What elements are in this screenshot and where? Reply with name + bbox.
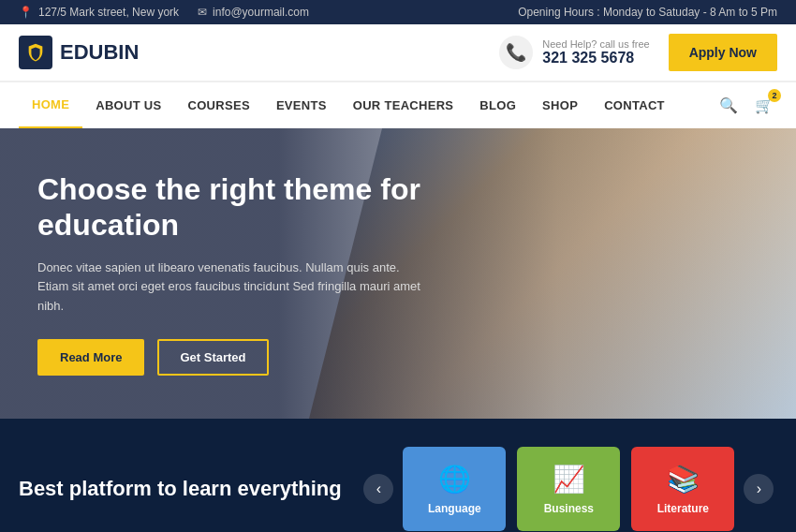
literature-label: Literature [657,502,709,515]
hero-title: Choose the right theme for education [37,171,431,244]
carousel-card-business[interactable]: 📈 Business [517,447,620,531]
bottom-title: Best platform to learn everything [19,476,361,503]
header: EDUBIN 📞 Need Help? call us free 321 325… [0,24,796,81]
nav-item-about[interactable]: ABOUT US [82,83,174,127]
hero-section: Choose the right theme for education Don… [0,128,796,419]
nav-links: HOME ABOUT US COURSES EVENTS OUR TEACHER… [19,82,678,128]
apply-now-button[interactable]: Apply Now [669,34,777,71]
carousel-prev-button[interactable]: ‹ [363,474,393,504]
business-label: Business [544,502,594,515]
address-item: 📍 127/5 Mark street, New york [19,6,179,19]
carousel-cards: 🌐 Language 📈 Business 📚 Literature [403,447,734,531]
language-label: Language [428,502,481,515]
navigation: HOME ABOUT US COURSES EVENTS OUR TEACHER… [0,81,796,128]
carousel-next-button[interactable]: › [744,474,774,504]
logo-icon [19,36,52,69]
literature-icon: 📚 [667,464,700,495]
phone-number: 321 325 5678 [542,50,649,66]
nav-item-our-teachers[interactable]: OUR TEACHERS [340,83,467,127]
top-bar-left: 📍 127/5 Mark street, New york ✉ info@you… [19,6,309,19]
location-icon: 📍 [19,6,33,19]
opening-hours: Opening Hours : Monday to Satuday - 8 Am… [518,6,777,19]
help-text: Need Help? call us free [542,38,649,50]
search-icon: 🔍 [719,97,738,113]
nav-item-events[interactable]: EVENTS [263,83,340,127]
logo: EDUBIN [19,36,139,69]
hero-content: Choose the right theme for education Don… [0,143,468,404]
phone-icon: 📞 [506,42,526,63]
nav-item-contact[interactable]: CONTACT [591,83,678,127]
search-button[interactable]: 🔍 [715,93,742,118]
shield-icon [25,42,46,63]
language-icon: 🌐 [438,464,471,495]
top-bar: 📍 127/5 Mark street, New york ✉ info@you… [0,0,796,24]
header-right: 📞 Need Help? call us free 321 325 5678 A… [499,34,777,71]
carousel-card-literature[interactable]: 📚 Literature [631,447,734,531]
hero-description: Donec vitae sapien ut libearo venenatis … [37,259,431,317]
email-item: ✉ info@yourmail.com [198,6,309,19]
phone-block: 📞 Need Help? call us free 321 325 5678 [499,36,649,69]
logo-text: EDUBIN [60,40,139,65]
nav-item-blog[interactable]: BLOG [466,83,529,127]
carousel-card-language[interactable]: 🌐 Language [403,447,506,531]
address-text: 127/5 Mark street, New york [38,6,179,19]
nav-item-courses[interactable]: COURSES [175,83,263,127]
get-started-button[interactable]: Get Started [157,339,268,376]
phone-info: Need Help? call us free 321 325 5678 [542,38,649,66]
email-icon: ✉ [198,6,207,19]
nav-icons: 🔍 🛒 2 [715,93,777,118]
nav-item-shop[interactable]: SHOP [529,83,591,127]
carousel-area: ‹ 🌐 Language 📈 Business 📚 Literature › [361,447,777,531]
phone-icon-wrap: 📞 [499,36,533,69]
cart-button[interactable]: 🛒 2 [751,93,777,118]
bottom-section: Best platform to learn everything ‹ 🌐 La… [0,419,796,532]
cart-badge: 2 [768,89,781,102]
nav-item-home[interactable]: HOME [19,82,82,128]
hero-buttons: Read More Get Started [37,339,431,376]
email-text: info@yourmail.com [213,6,309,19]
read-more-button[interactable]: Read More [37,339,144,376]
business-icon: 📈 [553,464,585,495]
